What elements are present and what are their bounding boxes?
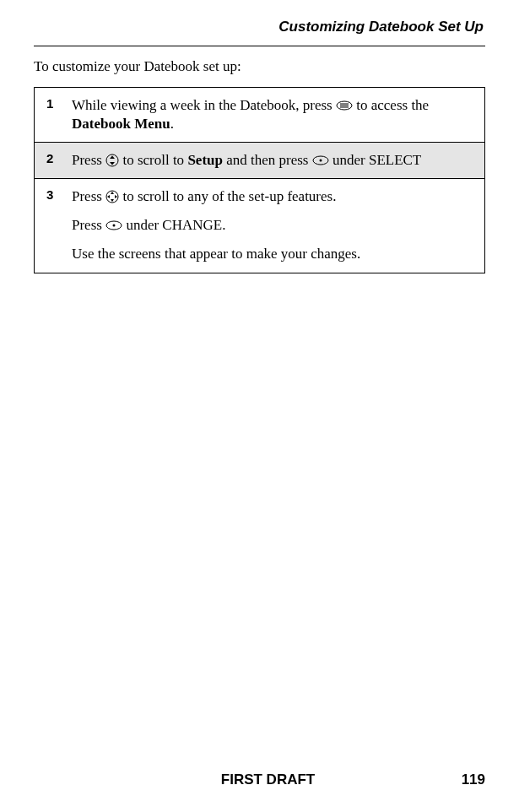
bold-text: Datebook Menu [72, 116, 170, 132]
up-down-icon [105, 154, 119, 167]
page: Customizing Datebook Set Up To customize… [0, 0, 519, 812]
menu-key-icon [336, 100, 353, 111]
svg-point-8 [319, 160, 322, 162]
svg-point-15 [113, 225, 116, 227]
section-title: Customizing Datebook Set Up [34, 19, 485, 35]
softkey-icon [105, 220, 122, 230]
footer-draft: FIRST DRAFT [84, 771, 451, 788]
step-paragraph: Press to scroll to any of the set-up fea… [72, 187, 473, 206]
svg-marker-11 [111, 199, 114, 202]
step-paragraph: Use the screens that appear to make your… [72, 245, 473, 263]
svg-marker-5 [110, 156, 115, 160]
svg-marker-12 [107, 195, 110, 198]
svg-marker-13 [115, 195, 117, 198]
step-row: 3Press to scroll to any of the set-up fe… [35, 179, 484, 272]
intro-text: To customize your Datebook set up: [34, 58, 485, 75]
step-text: Press to scroll to any of the set-up fea… [68, 179, 484, 272]
nav-key-icon [105, 190, 119, 203]
step-text: Press to scroll to Setup and then press … [68, 143, 484, 178]
steps-table: 1While viewing a week in the Datebook, p… [34, 87, 485, 273]
footer-page-number: 119 [451, 771, 485, 788]
bold-text: Setup [187, 152, 223, 168]
step-number: 2 [35, 143, 68, 178]
step-row: 2Press to scroll to Setup and then press… [35, 143, 484, 179]
dot-key-icon [312, 155, 329, 165]
step-paragraph: Press under CHANGE. [72, 216, 473, 235]
svg-marker-6 [110, 162, 115, 165]
step-row: 1While viewing a week in the Datebook, p… [35, 88, 484, 143]
step-number: 3 [35, 179, 68, 272]
step-number: 1 [35, 88, 68, 142]
svg-marker-10 [111, 192, 114, 194]
header-rule [34, 46, 485, 46]
page-footer: FIRST DRAFT 119 [34, 771, 485, 788]
step-text: While viewing a week in the Datebook, pr… [68, 88, 484, 142]
